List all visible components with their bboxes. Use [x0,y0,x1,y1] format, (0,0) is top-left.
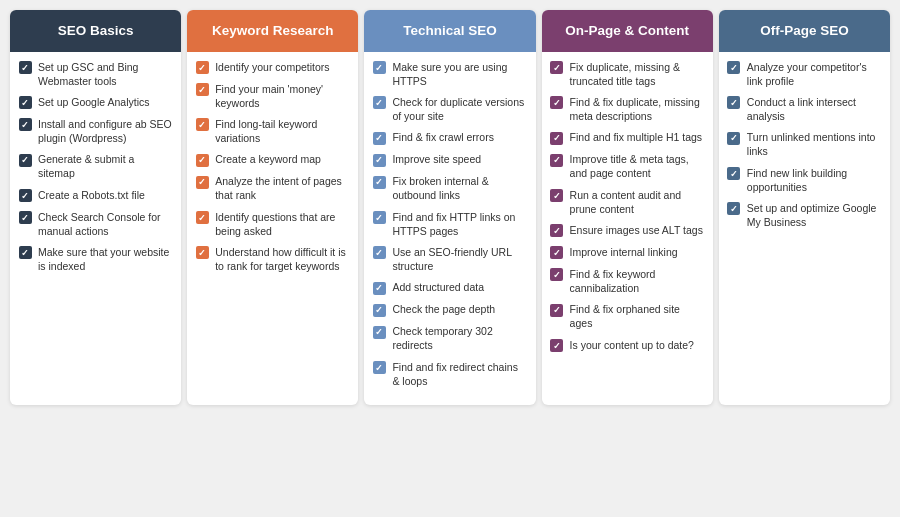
check-icon: ✓ [18,96,32,110]
list-item: ✓Find & fix duplicate, missing meta desc… [550,95,705,123]
list-item: ✓Improve internal linking [550,245,705,260]
list-item: ✓Create a keyword map [195,152,350,167]
check-box-icon: ✓ [550,224,563,237]
item-label: Analyze the intent of pages that rank [215,174,350,202]
list-item: ✓Find your main 'money' keywords [195,82,350,110]
body-technical-seo: ✓Make sure you are using HTTPS✓Check for… [364,52,535,405]
list-item: ✓Improve title & meta tags, and page con… [550,152,705,180]
item-label: Is your content up to date? [570,338,694,352]
check-icon: ✓ [372,211,386,225]
check-box-icon: ✓ [727,61,740,74]
check-box-icon: ✓ [550,96,563,109]
item-label: Check temporary 302 redirects [392,324,527,352]
check-icon: ✓ [195,211,209,225]
check-box-icon: ✓ [196,61,209,74]
list-item: ✓Is your content up to date? [550,338,705,353]
check-icon: ✓ [727,61,741,75]
list-item: ✓Analyze the intent of pages that rank [195,174,350,202]
item-label: Make sure that your website is indexed [38,245,173,273]
item-label: Find and fix HTTP links on HTTPS pages [392,210,527,238]
item-label: Ensure images use ALT tags [570,223,703,237]
check-box-icon: ✓ [196,154,209,167]
item-label: Set up and optimize Google My Business [747,201,882,229]
body-seo-basics: ✓Set up GSC and Bing Webmaster tools✓Set… [10,52,181,291]
check-icon: ✓ [550,268,564,282]
item-label: Improve internal linking [570,245,678,259]
item-label: Set up Google Analytics [38,95,150,109]
check-icon: ✓ [727,167,741,181]
list-item: ✓Set up and optimize Google My Business [727,201,882,229]
check-box-icon: ✓ [550,268,563,281]
list-item: ✓Check for duplicate versions of your si… [372,95,527,123]
check-box-icon: ✓ [550,132,563,145]
check-icon: ✓ [550,339,564,353]
item-label: Improve title & meta tags, and page cont… [570,152,705,180]
item-label: Check Search Console for manual actions [38,210,173,238]
item-label: Find new link building opportunities [747,166,882,194]
check-icon: ✓ [727,131,741,145]
check-box-icon: ✓ [550,339,563,352]
column-onpage-content: On-Page & Content✓Fix duplicate, missing… [542,10,713,405]
list-item: ✓Find & fix orphaned site ages [550,302,705,330]
item-label: Identify your competitors [215,60,329,74]
item-label: Find & fix keyword cannibalization [570,267,705,295]
item-label: Find & fix duplicate, missing meta descr… [570,95,705,123]
check-icon: ✓ [195,83,209,97]
check-box-icon: ✓ [550,61,563,74]
list-item: ✓Turn unlinked mentions into links [727,130,882,158]
item-label: Create a Robots.txt file [38,188,145,202]
check-box-icon: ✓ [19,96,32,109]
check-box-icon: ✓ [550,246,563,259]
list-item: ✓Set up GSC and Bing Webmaster tools [18,60,173,88]
list-item: ✓Identify questions that are being asked [195,210,350,238]
check-icon: ✓ [550,153,564,167]
check-icon: ✓ [372,96,386,110]
item-label: Find and fix redirect chains & loops [392,360,527,388]
item-label: Add structured data [392,280,484,294]
check-icon: ✓ [18,246,32,260]
check-icon: ✓ [195,153,209,167]
check-icon: ✓ [372,361,386,375]
list-item: ✓Find and fix redirect chains & loops [372,360,527,388]
check-icon: ✓ [727,96,741,110]
check-box-icon: ✓ [373,176,386,189]
column-keyword-research: Keyword Research✓Identify your competito… [187,10,358,405]
list-item: ✓Use an SEO-friendly URL structure [372,245,527,273]
header-keyword-research: Keyword Research [187,10,358,52]
list-item: ✓Set up Google Analytics [18,95,173,110]
list-item: ✓Find and fix multiple H1 tags [550,130,705,145]
list-item: ✓Find new link building opportunities [727,166,882,194]
check-box-icon: ✓ [373,326,386,339]
check-box-icon: ✓ [727,132,740,145]
header-offpage-seo: Off-Page SEO [719,10,890,52]
check-icon: ✓ [372,303,386,317]
item-label: Find long-tail keyword variations [215,117,350,145]
check-icon: ✓ [550,61,564,75]
item-label: Find & fix crawl errors [392,130,494,144]
body-offpage-seo: ✓Analyze your competitor's link profile✓… [719,52,890,247]
list-item: ✓Improve site speed [372,152,527,167]
check-icon: ✓ [195,118,209,132]
item-label: Create a keyword map [215,152,321,166]
check-icon: ✓ [18,61,32,75]
item-label: Generate & submit a sitemap [38,152,173,180]
item-label: Fix duplicate, missing & truncated title… [570,60,705,88]
check-icon: ✓ [195,246,209,260]
item-label: Make sure you are using HTTPS [392,60,527,88]
check-box-icon: ✓ [19,61,32,74]
list-item: ✓Check temporary 302 redirects [372,324,527,352]
check-box-icon: ✓ [373,96,386,109]
item-label: Find your main 'money' keywords [215,82,350,110]
check-box-icon: ✓ [550,154,563,167]
check-icon: ✓ [372,246,386,260]
item-label: Turn unlinked mentions into links [747,130,882,158]
header-seo-basics: SEO Basics [10,10,181,52]
check-box-icon: ✓ [373,132,386,145]
check-box-icon: ✓ [373,361,386,374]
list-item: ✓Generate & submit a sitemap [18,152,173,180]
check-box-icon: ✓ [373,61,386,74]
check-icon: ✓ [18,118,32,132]
list-item: ✓Find & fix crawl errors [372,130,527,145]
list-item: ✓Identify your competitors [195,60,350,75]
check-box-icon: ✓ [196,83,209,96]
